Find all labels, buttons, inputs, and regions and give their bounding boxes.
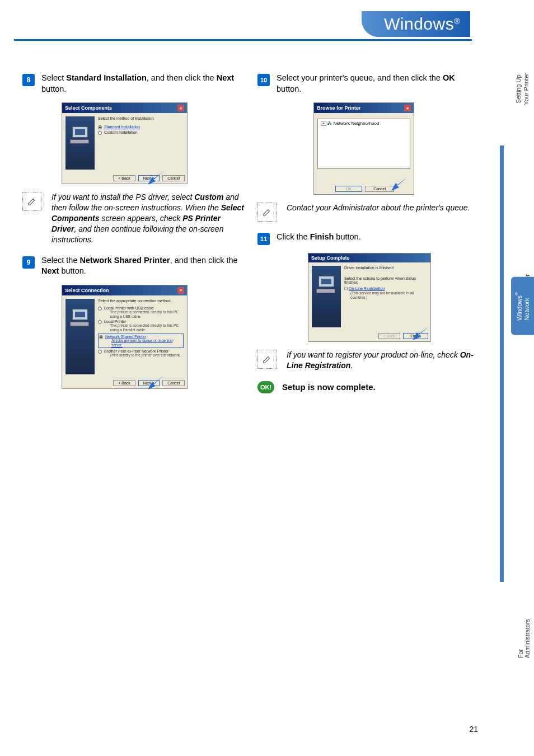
arrow-icon	[413, 327, 429, 340]
header: Windows®	[0, 0, 534, 39]
svg-marker-2	[391, 177, 407, 191]
left-column: 8 Select Standard Installation, and then…	[22, 73, 246, 397]
radio-standard-installation[interactable]: Standard Installation	[98, 125, 184, 129]
header-title: Windows®	[362, 11, 470, 37]
step-8-text: Select Standard Installation, and then c…	[41, 73, 246, 95]
ok-badge-icon: OK!	[257, 381, 274, 393]
step-10-text: Select your printer's queue, and then cl…	[277, 73, 481, 95]
dialog-titlebar: Select Connection ×	[62, 285, 187, 295]
dialog-title-text: Select Connection	[65, 288, 109, 293]
computer-icon	[70, 309, 90, 326]
side-tab-administrators[interactable]: ForAdministrators	[514, 604, 534, 673]
tree-root-label: Network Neighborhood	[334, 121, 380, 126]
side-color-band	[500, 145, 504, 582]
right-column: 10 Select your printer's queue, and then…	[257, 73, 481, 397]
dialog-titlebar: Browse for Printer ×	[314, 103, 414, 113]
radio-custom-installation[interactable]: Custom Installation	[98, 130, 184, 135]
back-button[interactable]: < Back	[378, 333, 401, 339]
registered-symbol: ®	[454, 17, 460, 26]
dialog-select-components: Select Components × Select the method of…	[62, 102, 188, 184]
note-ps-driver: If you want to install the PS driver, se…	[22, 192, 246, 245]
dialog-title-text: Setup Complete	[311, 255, 350, 261]
checkbox-subnote: (This service may not be available in al…	[350, 291, 427, 300]
dialog-sidebar-image	[312, 266, 341, 327]
close-icon[interactable]: ×	[404, 105, 411, 111]
dialog-select-connection: Select Connection × Select the appropria…	[62, 285, 188, 389]
svg-marker-3	[413, 327, 428, 340]
cancel-button[interactable]: Cancel	[365, 186, 394, 192]
arrow-icon	[148, 376, 165, 389]
radio-local-parallel[interactable]: Local PrinterThe printer is connected di…	[98, 320, 184, 332]
setup-complete-row: OK! Setup is now complete.	[257, 381, 481, 393]
dialog-setup-complete: Setup Complete Driver installation is fi…	[308, 253, 431, 342]
step-10: 10 Select your printer's queue, and then…	[257, 73, 481, 95]
step-badge-10: 10	[257, 74, 270, 86]
svg-marker-1	[148, 376, 163, 389]
page-number: 21	[469, 725, 478, 734]
setup-complete-text: Setup is now complete.	[282, 382, 376, 392]
radio-network-shared[interactable]: Network Shared PrinterAll jobs are sent …	[98, 334, 184, 349]
setup-done-msg: Driver installation is finished!	[344, 266, 427, 270]
close-icon[interactable]: ×	[177, 105, 184, 111]
dialog-titlebar: Setup Complete	[308, 253, 430, 262]
dialog-title-text: Select Components	[65, 105, 112, 111]
dialog-footer: < Back Next > Cancel	[62, 378, 187, 388]
dialog-prompt: Select the method of Installation	[98, 116, 184, 120]
dialog-sidebar-image	[65, 116, 95, 170]
side-tab-setting-up[interactable]: Setting UpYour Printer	[511, 62, 534, 119]
note-text: Contact your Administrator about the pri…	[287, 203, 470, 222]
arrow-icon	[148, 171, 165, 185]
svg-marker-0	[148, 171, 163, 185]
tree-expand-icon[interactable]: +	[321, 121, 326, 126]
step-badge-8: 8	[22, 74, 35, 86]
note-icon	[257, 350, 277, 369]
side-tab-windows-network[interactable]: Windows®Network	[511, 277, 534, 335]
note-icon	[22, 192, 41, 211]
computer-icon	[70, 126, 90, 143]
dialog-browse-printer: Browse for Printer × + 🖧 Network Neighbo…	[313, 102, 414, 195]
header-title-text: Windows	[384, 15, 454, 33]
cancel-button[interactable]: Cancel	[162, 380, 185, 386]
radio-peer-to-peer[interactable]: Brother Peer-to-Peer Network PrinterPrin…	[98, 349, 184, 358]
cancel-button[interactable]: Cancel	[162, 175, 185, 181]
dialog-title-text: Browse for Printer	[317, 105, 361, 111]
step-8: 8 Select Standard Installation, and then…	[22, 73, 246, 95]
note-icon	[257, 203, 277, 222]
content-area: 8 Select Standard Installation, and then…	[0, 39, 534, 397]
arrow-icon	[391, 177, 408, 191]
note-online-registration: If you want to register your product on-…	[257, 350, 481, 371]
dialog-sidebar-image	[65, 299, 95, 374]
step-11: 11 Click the Finish button.	[257, 232, 481, 245]
dialog-prompt: Select the appropriate connection method…	[98, 299, 184, 303]
ok-button[interactable]: OK	[335, 186, 362, 192]
step-badge-9: 9	[22, 256, 35, 269]
step-badge-11: 11	[257, 233, 270, 245]
note-text: If you want to register your product on-…	[287, 350, 481, 371]
step-11-text: Click the Finish button.	[277, 232, 361, 245]
step-9-text: Select the Network Shared Printer, and t…	[41, 255, 246, 277]
header-rule	[14, 39, 472, 41]
printer-tree[interactable]: + 🖧 Network Neighborhood	[317, 119, 410, 169]
checkbox-online-reg[interactable]: ☐ On-Line Registration	[344, 287, 427, 291]
back-button[interactable]: < Back	[113, 380, 135, 386]
step-9: 9 Select the Network Shared Printer, and…	[22, 255, 246, 277]
note-contact-admin: Contact your Administrator about the pri…	[257, 203, 481, 222]
note-text: If you want to install the PS driver, se…	[51, 192, 246, 245]
radio-local-usb[interactable]: Local Printer with USB cableThe printer …	[98, 306, 184, 319]
dialog-titlebar: Select Components ×	[62, 103, 187, 113]
close-icon[interactable]: ×	[177, 287, 184, 294]
back-button[interactable]: < Back	[113, 175, 135, 181]
setup-actions-msg: Select the actions to perform when Setup…	[344, 276, 427, 284]
computer-icon	[316, 276, 336, 293]
dialog-footer: < Back Next > Cancel	[62, 173, 187, 184]
